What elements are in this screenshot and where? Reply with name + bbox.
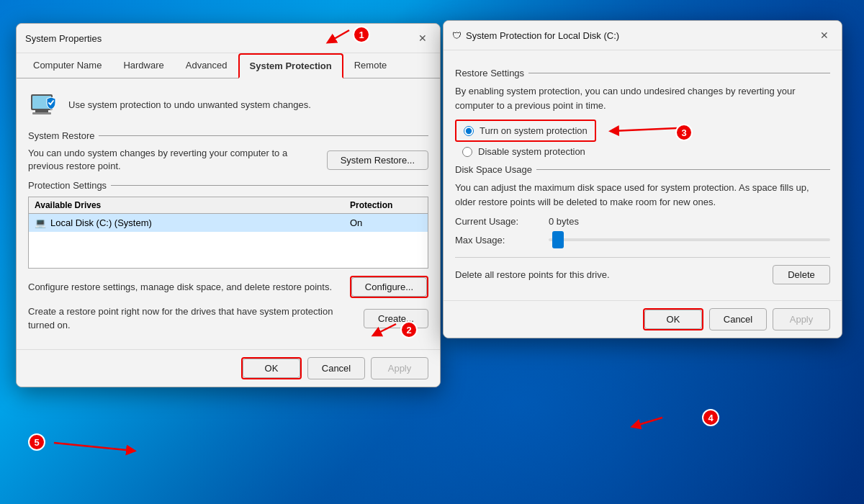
dialog1-ok-button-box: OK xyxy=(241,357,302,379)
tab-hardware[interactable]: Hardware xyxy=(112,53,174,78)
radio-turn-on-box: Turn on system protection xyxy=(455,120,596,142)
dialog2-ok-button-box: OK xyxy=(643,308,703,330)
drives-table-empty xyxy=(29,232,428,268)
section-divider-2 xyxy=(111,185,428,186)
drive-name: Local Disk (C:) (System) xyxy=(50,217,152,228)
system-restore-section: System Restore You can undo system chang… xyxy=(28,130,428,173)
tab-system-protection[interactable]: System Protection xyxy=(238,53,343,78)
drive-icon: 💻 xyxy=(35,217,46,228)
arrow-4 xyxy=(583,403,670,446)
drive-protection: On xyxy=(350,217,422,228)
annotation-3: 3 xyxy=(675,124,693,141)
protection-settings-section: Protection Settings Available Drives Pro… xyxy=(28,180,428,269)
slider-track xyxy=(549,238,830,241)
section-divider-3 xyxy=(528,73,830,73)
dialog1-content: Use system protection to undo unwanted s… xyxy=(17,78,440,349)
restore-description: You can undo system changes by reverting… xyxy=(28,147,318,173)
dialog1-titlebar: System Properties ✕ xyxy=(17,24,440,53)
annotation-2: 2 xyxy=(400,321,418,338)
dialog2-cancel-button[interactable]: Cancel xyxy=(709,308,767,330)
radio-turn-on[interactable] xyxy=(464,126,474,136)
table-row[interactable]: 💻 Local Disk (C:) (System) On xyxy=(29,214,428,232)
restore-settings-section: Restore Settings By enabling system prot… xyxy=(455,68,830,157)
system-restore-label: System Restore xyxy=(28,130,94,141)
max-usage-row: Max Usage: xyxy=(455,233,830,247)
dialog1-title: System Properties xyxy=(25,33,102,44)
tab-computer-name[interactable]: Computer Name xyxy=(22,53,112,78)
delete-row: Delete all restore points for this drive… xyxy=(455,257,830,284)
dialog2-close-button[interactable]: ✕ xyxy=(816,27,833,44)
annotation-1: 1 xyxy=(353,26,370,43)
info-text: Use system protection to undo unwanted s… xyxy=(68,99,311,110)
dialog2-apply-button[interactable]: Apply xyxy=(773,308,830,330)
delete-text: Delete all restore points for this drive… xyxy=(455,269,610,280)
configure-button-box: Configure... xyxy=(350,276,428,298)
current-usage-value: 0 bytes xyxy=(549,216,579,227)
drives-table-header: Available Drives Protection xyxy=(29,197,428,214)
current-usage-label: Current Usage: xyxy=(455,216,534,227)
col-drives: Available Drives xyxy=(35,200,350,210)
dialog1-close-button[interactable]: ✕ xyxy=(414,30,431,47)
col-protection: Protection xyxy=(350,200,422,210)
radio-disable-row: Disable system protection xyxy=(462,146,830,157)
configure-button[interactable]: Configure... xyxy=(351,277,427,297)
restore-row: You can undo system changes by reverting… xyxy=(28,147,428,173)
create-row: Create a restore point right now for the… xyxy=(28,305,428,331)
disk-usage-section: Disk Space Usage You can adjust the maxi… xyxy=(455,164,830,247)
tab-advanced[interactable]: Advanced xyxy=(175,53,238,78)
info-row: Use system protection to undo unwanted s… xyxy=(28,89,428,120)
section-divider-4 xyxy=(536,169,830,170)
radio-disable-label: Disable system protection xyxy=(478,146,585,157)
dialog1-footer: OK Cancel Apply xyxy=(17,349,440,387)
dialog1-apply-button[interactable]: Apply xyxy=(371,357,428,379)
dialog2-footer: OK Cancel Apply xyxy=(444,300,842,338)
disk-usage-desc: You can adjust the maximum disk space us… xyxy=(455,181,830,209)
restore-settings-label: Restore Settings xyxy=(455,68,524,78)
slider-thumb[interactable] xyxy=(552,231,564,248)
system-protection-dialog: 🛡 System Protection for Local Disk (C:) … xyxy=(443,20,842,338)
dialog1-ok-button[interactable]: OK xyxy=(243,359,300,378)
current-usage-row: Current Usage: 0 bytes xyxy=(455,216,830,227)
create-button[interactable]: Create... xyxy=(364,309,428,328)
configure-row: Configure restore settings, manage disk … xyxy=(28,276,428,298)
dialog2-ok-button[interactable]: OK xyxy=(644,310,702,329)
annotation-4: 4 xyxy=(702,409,719,426)
radio-turn-on-label: Turn on system protection xyxy=(480,125,588,136)
dialog2-content: Restore Settings By enabling system prot… xyxy=(444,50,842,300)
protection-settings-label: Protection Settings xyxy=(28,180,107,191)
dialog2-title: 🛡 System Protection for Local Disk (C:) xyxy=(452,30,619,41)
radio-group: Turn on system protection Disable system… xyxy=(455,120,830,157)
max-usage-slider-container xyxy=(549,233,830,247)
restore-settings-desc: By enabling system protection, you can u… xyxy=(455,84,830,112)
tab-remote[interactable]: Remote xyxy=(343,53,398,78)
annotation-5: 5 xyxy=(28,433,45,451)
svg-line-1 xyxy=(54,443,133,451)
system-restore-button[interactable]: System Restore... xyxy=(327,150,428,170)
dialog2-titlebar: 🛡 System Protection for Local Disk (C:) … xyxy=(444,21,842,50)
svg-rect-13 xyxy=(32,112,51,114)
svg-line-9 xyxy=(634,418,662,426)
max-usage-label: Max Usage: xyxy=(455,235,534,246)
dialog1-tabs: Computer Name Hardware Advanced System P… xyxy=(17,53,440,78)
dialog2-title-icon: 🛡 xyxy=(452,30,462,41)
dialog1-cancel-button[interactable]: Cancel xyxy=(307,357,365,379)
drives-table: Available Drives Protection 💻 Local Disk… xyxy=(28,197,428,269)
delete-button[interactable]: Delete xyxy=(773,265,830,284)
radio-turn-on-row: Turn on system protection xyxy=(455,120,830,142)
system-protection-icon xyxy=(28,89,60,120)
section-divider-1 xyxy=(99,135,428,136)
system-properties-dialog: System Properties ✕ Computer Name Hardwa… xyxy=(16,23,441,387)
radio-disable[interactable] xyxy=(462,147,472,157)
svg-rect-12 xyxy=(35,110,48,112)
disk-usage-label: Disk Space Usage xyxy=(455,164,532,175)
create-text: Create a restore point right now for the… xyxy=(28,305,355,331)
configure-text: Configure restore settings, manage disk … xyxy=(28,281,341,294)
